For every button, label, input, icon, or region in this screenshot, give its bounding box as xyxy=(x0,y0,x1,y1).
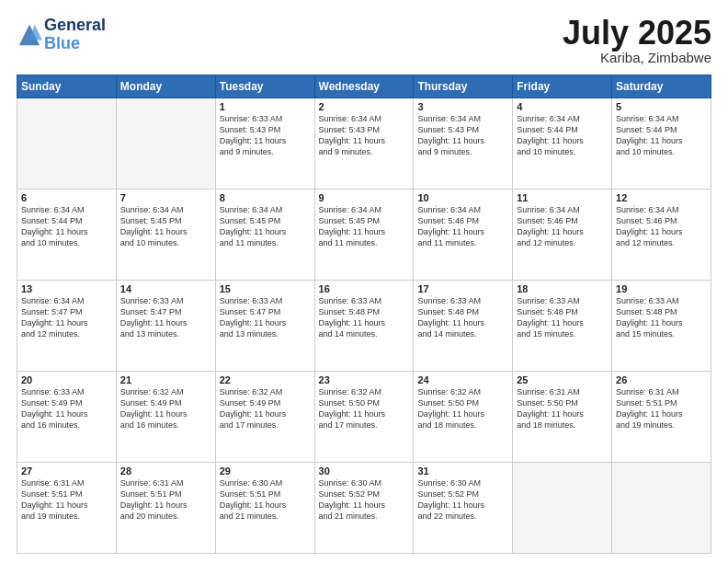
day-info: Sunrise: 6:33 AM Sunset: 5:47 PM Dayligh… xyxy=(220,295,311,340)
day-info: Sunrise: 6:34 AM Sunset: 5:44 PM Dayligh… xyxy=(616,113,707,158)
col-header-tuesday: Tuesday xyxy=(215,75,314,98)
day-number: 2 xyxy=(319,101,410,112)
day-number: 27 xyxy=(21,465,112,477)
calendar-cell: 21Sunrise: 6:32 AM Sunset: 5:49 PM Dayli… xyxy=(116,372,215,463)
header-row: SundayMondayTuesdayWednesdayThursdayFrid… xyxy=(17,75,711,98)
calendar-cell: 25Sunrise: 6:31 AM Sunset: 5:50 PM Dayli… xyxy=(513,372,612,463)
day-number: 29 xyxy=(220,465,311,477)
day-info: Sunrise: 6:33 AM Sunset: 5:48 PM Dayligh… xyxy=(417,295,508,340)
day-info: Sunrise: 6:31 AM Sunset: 5:50 PM Dayligh… xyxy=(517,386,608,431)
day-number: 30 xyxy=(319,465,410,477)
logo-text: General Blue xyxy=(44,17,106,53)
day-number: 10 xyxy=(417,192,508,203)
day-number: 7 xyxy=(120,192,211,203)
col-header-sunday: Sunday xyxy=(17,75,117,98)
day-info: Sunrise: 6:34 AM Sunset: 5:44 PM Dayligh… xyxy=(21,204,112,249)
day-info: Sunrise: 6:34 AM Sunset: 5:47 PM Dayligh… xyxy=(21,295,112,340)
calendar-cell: 30Sunrise: 6:30 AM Sunset: 5:52 PM Dayli… xyxy=(314,463,414,554)
day-number: 12 xyxy=(616,192,707,203)
calendar-cell: 27Sunrise: 6:31 AM Sunset: 5:51 PM Dayli… xyxy=(17,463,117,554)
day-number: 19 xyxy=(616,283,707,294)
day-info: Sunrise: 6:33 AM Sunset: 5:47 PM Dayligh… xyxy=(120,295,211,340)
week-row-2: 6Sunrise: 6:34 AM Sunset: 5:44 PM Daylig… xyxy=(17,190,711,281)
day-number: 18 xyxy=(517,283,608,294)
day-number: 21 xyxy=(120,374,211,385)
day-info: Sunrise: 6:30 AM Sunset: 5:52 PM Dayligh… xyxy=(319,477,410,523)
logo-icon xyxy=(17,22,42,48)
week-row-3: 13Sunrise: 6:34 AM Sunset: 5:47 PM Dayli… xyxy=(17,281,711,372)
header: General Blue July 2025 Kariba, Zimbabwe xyxy=(17,17,711,65)
day-info: Sunrise: 6:33 AM Sunset: 5:48 PM Dayligh… xyxy=(319,295,410,340)
calendar-cell: 22Sunrise: 6:32 AM Sunset: 5:49 PM Dayli… xyxy=(215,372,314,463)
page: General Blue July 2025 Kariba, Zimbabwe … xyxy=(0,0,728,563)
calendar-cell: 13Sunrise: 6:34 AM Sunset: 5:47 PM Dayli… xyxy=(17,281,117,372)
calendar-cell: 10Sunrise: 6:34 AM Sunset: 5:46 PM Dayli… xyxy=(414,190,513,281)
day-number: 13 xyxy=(21,283,112,294)
day-info: Sunrise: 6:34 AM Sunset: 5:46 PM Dayligh… xyxy=(417,204,508,249)
calendar-cell: 17Sunrise: 6:33 AM Sunset: 5:48 PM Dayli… xyxy=(414,281,513,372)
day-number: 11 xyxy=(517,192,608,203)
calendar-cell xyxy=(513,463,612,554)
day-info: Sunrise: 6:34 AM Sunset: 5:46 PM Dayligh… xyxy=(517,204,608,249)
day-number: 6 xyxy=(21,192,112,203)
calendar-cell: 20Sunrise: 6:33 AM Sunset: 5:49 PM Dayli… xyxy=(17,372,117,463)
day-number: 22 xyxy=(220,374,311,385)
day-number: 20 xyxy=(21,374,112,385)
calendar-cell: 31Sunrise: 6:30 AM Sunset: 5:52 PM Dayli… xyxy=(414,463,513,554)
day-number: 9 xyxy=(319,192,410,203)
calendar-cell: 5Sunrise: 6:34 AM Sunset: 5:44 PM Daylig… xyxy=(612,98,711,190)
day-number: 24 xyxy=(417,374,508,385)
week-row-1: 1Sunrise: 6:33 AM Sunset: 5:43 PM Daylig… xyxy=(17,98,711,190)
calendar-cell: 23Sunrise: 6:32 AM Sunset: 5:50 PM Dayli… xyxy=(314,372,414,463)
calendar-cell: 1Sunrise: 6:33 AM Sunset: 5:43 PM Daylig… xyxy=(215,98,314,190)
calendar-cell: 12Sunrise: 6:34 AM Sunset: 5:46 PM Dayli… xyxy=(612,190,711,281)
calendar-cell: 2Sunrise: 6:34 AM Sunset: 5:43 PM Daylig… xyxy=(314,98,414,190)
calendar-cell xyxy=(612,463,711,554)
calendar-cell: 16Sunrise: 6:33 AM Sunset: 5:48 PM Dayli… xyxy=(314,281,414,372)
day-info: Sunrise: 6:34 AM Sunset: 5:44 PM Dayligh… xyxy=(517,113,608,158)
calendar-cell: 28Sunrise: 6:31 AM Sunset: 5:51 PM Dayli… xyxy=(116,463,215,554)
col-header-saturday: Saturday xyxy=(612,75,711,98)
calendar-cell xyxy=(116,98,215,190)
calendar-cell: 26Sunrise: 6:31 AM Sunset: 5:51 PM Dayli… xyxy=(612,372,711,463)
day-info: Sunrise: 6:34 AM Sunset: 5:43 PM Dayligh… xyxy=(417,113,508,158)
col-header-wednesday: Wednesday xyxy=(314,75,414,98)
calendar-cell: 8Sunrise: 6:34 AM Sunset: 5:45 PM Daylig… xyxy=(215,190,314,281)
month-title: July 2025 xyxy=(563,17,711,50)
day-number: 16 xyxy=(319,283,410,294)
calendar-cell: 19Sunrise: 6:33 AM Sunset: 5:48 PM Dayli… xyxy=(612,281,711,372)
location: Kariba, Zimbabwe xyxy=(563,50,711,65)
day-number: 14 xyxy=(120,283,211,294)
title-block: July 2025 Kariba, Zimbabwe xyxy=(563,17,711,65)
calendar-cell: 3Sunrise: 6:34 AM Sunset: 5:43 PM Daylig… xyxy=(414,98,513,190)
day-number: 17 xyxy=(417,283,508,294)
day-info: Sunrise: 6:33 AM Sunset: 5:48 PM Dayligh… xyxy=(616,295,707,340)
calendar-cell: 18Sunrise: 6:33 AM Sunset: 5:48 PM Dayli… xyxy=(513,281,612,372)
day-number: 15 xyxy=(220,283,311,294)
day-info: Sunrise: 6:31 AM Sunset: 5:51 PM Dayligh… xyxy=(21,477,112,523)
day-info: Sunrise: 6:33 AM Sunset: 5:43 PM Dayligh… xyxy=(220,113,311,158)
day-info: Sunrise: 6:31 AM Sunset: 5:51 PM Dayligh… xyxy=(120,477,211,523)
day-info: Sunrise: 6:34 AM Sunset: 5:45 PM Dayligh… xyxy=(220,204,311,249)
calendar-cell: 11Sunrise: 6:34 AM Sunset: 5:46 PM Dayli… xyxy=(513,190,612,281)
calendar-table: SundayMondayTuesdayWednesdayThursdayFrid… xyxy=(17,75,711,554)
day-number: 8 xyxy=(220,192,311,203)
day-info: Sunrise: 6:34 AM Sunset: 5:46 PM Dayligh… xyxy=(616,204,707,249)
week-row-4: 20Sunrise: 6:33 AM Sunset: 5:49 PM Dayli… xyxy=(17,372,711,463)
day-info: Sunrise: 6:30 AM Sunset: 5:52 PM Dayligh… xyxy=(417,477,508,523)
day-info: Sunrise: 6:30 AM Sunset: 5:51 PM Dayligh… xyxy=(220,477,311,523)
calendar-cell: 29Sunrise: 6:30 AM Sunset: 5:51 PM Dayli… xyxy=(215,463,314,554)
day-info: Sunrise: 6:34 AM Sunset: 5:43 PM Dayligh… xyxy=(319,113,410,158)
calendar-cell: 7Sunrise: 6:34 AM Sunset: 5:45 PM Daylig… xyxy=(116,190,215,281)
calendar-cell: 6Sunrise: 6:34 AM Sunset: 5:44 PM Daylig… xyxy=(17,190,117,281)
week-row-5: 27Sunrise: 6:31 AM Sunset: 5:51 PM Dayli… xyxy=(17,463,711,554)
col-header-monday: Monday xyxy=(116,75,215,98)
col-header-thursday: Thursday xyxy=(414,75,513,98)
day-info: Sunrise: 6:34 AM Sunset: 5:45 PM Dayligh… xyxy=(319,204,410,249)
col-header-friday: Friday xyxy=(513,75,612,98)
day-number: 3 xyxy=(417,101,508,112)
calendar-cell: 14Sunrise: 6:33 AM Sunset: 5:47 PM Dayli… xyxy=(116,281,215,372)
day-info: Sunrise: 6:33 AM Sunset: 5:49 PM Dayligh… xyxy=(21,386,112,431)
day-number: 26 xyxy=(616,374,707,385)
logo: General Blue xyxy=(17,17,106,53)
